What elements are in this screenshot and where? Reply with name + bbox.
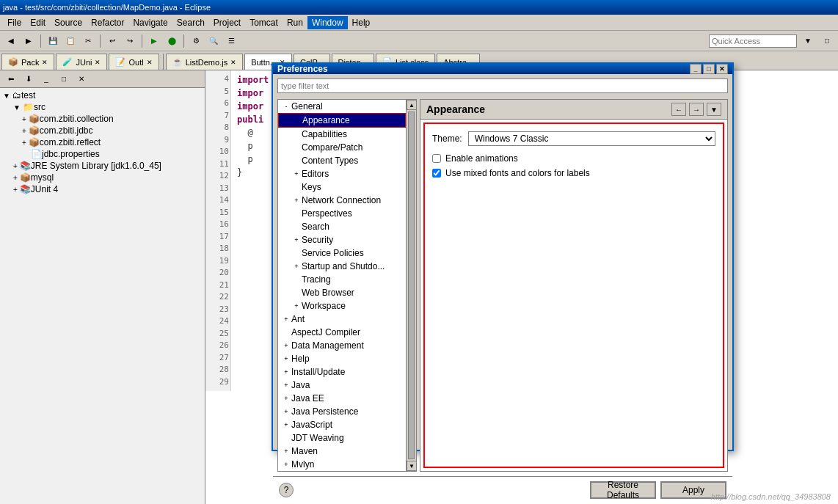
pref-tree-keys[interactable]: Keys — [278, 180, 406, 194]
pref-tree-service[interactable]: Service Policies — [278, 246, 406, 260]
menu-run[interactable]: Run — [283, 16, 307, 29]
pref-tree-general[interactable]: - General — [278, 100, 406, 113]
nav-back-btn[interactable]: ← — [671, 103, 686, 116]
pref-tree-perspectives[interactable]: Perspectives — [278, 207, 406, 220]
pref-tree-compare[interactable]: Compare/Patch — [278, 141, 406, 154]
pref-tree-webbrowser[interactable]: Web Browser — [278, 286, 406, 299]
menu-source[interactable]: Source — [50, 16, 87, 29]
tab-juni-icon: 🧪 — [62, 57, 73, 67]
pref-tree-java[interactable]: + Java — [278, 379, 406, 392]
dialog-restore-btn[interactable]: □ — [703, 64, 715, 74]
tab-outl-close[interactable]: ✕ — [147, 59, 153, 66]
menu-navigate[interactable]: Navigate — [128, 16, 172, 29]
pref-tree-network[interactable]: + Network Connection — [278, 194, 406, 207]
quick-access-area: ▼ □ — [709, 33, 835, 49]
menu-window[interactable]: Window — [307, 16, 348, 29]
pref-tree-mvlyn[interactable]: + Mvlyn — [278, 458, 406, 471]
dialog-close-btn[interactable]: ✕ — [716, 64, 728, 74]
scrollbar-thumb[interactable] — [408, 112, 415, 459]
pref-tree-help[interactable]: + Help — [278, 352, 406, 365]
scrollbar-up[interactable]: ▲ — [407, 100, 417, 110]
mixed-fonts-checkbox[interactable] — [432, 169, 441, 178]
pref-expand-mvlyn: + — [281, 461, 291, 468]
help-icon[interactable]: ? — [279, 483, 294, 497]
pref-label-compare: Compare/Patch — [302, 142, 362, 153]
tree-item-test[interactable]: ▼ 🗂 test — [1, 90, 203, 101]
tree-item-jdbc[interactable]: + 📦 com.zbiti.jdbc — [1, 125, 203, 136]
pref-tree-install[interactable]: + Install/Update — [278, 365, 406, 379]
panel-close[interactable]: ✕ — [73, 71, 90, 87]
dialog-title-controls: _ □ ✕ — [690, 64, 728, 74]
toolbar-btn-2[interactable]: ▶ — [21, 33, 37, 49]
tab-outl[interactable]: 📝 Outl ✕ — [109, 54, 159, 70]
quick-access-input[interactable] — [709, 34, 797, 48]
dialog-minimize-btn[interactable]: _ — [690, 64, 702, 74]
tree-item-junit4[interactable]: + 📚 JUnit 4 — [1, 183, 203, 195]
tree-item-reflect[interactable]: + 📦 com.zbiti.reflect — [1, 136, 203, 148]
menu-edit[interactable]: Edit — [26, 16, 50, 29]
toolbar-btn-8[interactable]: ⚙ — [188, 33, 204, 49]
scrollbar-down[interactable]: ▼ — [407, 461, 417, 471]
menu-project[interactable]: Project — [209, 16, 245, 29]
pref-tree-security[interactable]: + Security — [278, 233, 406, 246]
pref-tree-content[interactable]: Content Types — [278, 154, 406, 167]
pref-tree-ant[interactable]: + Ant — [278, 313, 406, 326]
tab-juni-close[interactable]: ✕ — [95, 59, 101, 66]
toolbar-btn-debug[interactable]: ⬤ — [164, 33, 180, 49]
theme-select[interactable]: Windows 7 Classic — [468, 131, 715, 146]
toolbar-sep-1 — [40, 34, 41, 48]
enable-animations-checkbox[interactable] — [432, 154, 441, 163]
pref-tree-tracing[interactable]: Tracing — [278, 273, 406, 286]
pref-tree-workspace[interactable]: + Workspace — [278, 299, 406, 313]
pref-tree-jdtweaving[interactable]: JDT Weaving — [278, 431, 406, 445]
restore-defaults-button[interactable]: Restore Defaults — [590, 481, 656, 499]
tree-item-src[interactable]: ▼ 📁 src — [1, 101, 203, 113]
tree-item-collection[interactable]: + 📦 com.zbiti.collection — [1, 113, 203, 125]
panel-maximize[interactable]: □ — [56, 71, 72, 87]
filter-input[interactable] — [277, 78, 728, 93]
tree-item-jdbcprops[interactable]: 📄 jdbc.properties — [1, 148, 203, 160]
toolbar-btn-7[interactable]: ↪ — [122, 33, 138, 49]
toolbar-btn-3[interactable]: 💾 — [45, 33, 61, 49]
pref-tree-startup[interactable]: + Startup and Shutdo... — [278, 260, 406, 273]
quick-access-arrow[interactable]: ▼ — [800, 33, 816, 49]
toolbar-btn-1[interactable]: ◀ — [3, 33, 19, 49]
pref-tree-datamgmt[interactable]: + Data Management — [278, 339, 406, 352]
tab-pack[interactable]: 📦 Pack ✕ — [1, 54, 54, 70]
tab-juni[interactable]: 🧪 JUni ✕ — [56, 54, 107, 70]
tree-expand-src: ▼ — [13, 103, 21, 112]
pref-tree-javaee[interactable]: + Java EE — [278, 392, 406, 405]
panel-btn-1[interactable]: ⬅ — [3, 71, 19, 87]
toolbar-btn-10[interactable]: ☰ — [223, 33, 239, 49]
menu-refactor[interactable]: Refactor — [87, 16, 128, 29]
toolbar-btn-6[interactable]: ↩ — [104, 33, 120, 49]
tab-listdemo-close[interactable]: ✕ — [230, 59, 236, 66]
toolbar-btn-4[interactable]: 📋 — [62, 33, 79, 49]
pref-tree-aspectj[interactable]: AspectJ Compiler — [278, 326, 406, 339]
pref-tree-appearance[interactable]: Appearance — [278, 113, 406, 128]
pref-tree-editors[interactable]: + Editors — [278, 167, 406, 180]
pref-tree-javascript[interactable]: + JavaScript — [278, 418, 406, 431]
pref-tree-maven[interactable]: + Maven — [278, 445, 406, 458]
menu-file[interactable]: File — [3, 16, 26, 29]
tab-pack-close[interactable]: ✕ — [42, 59, 48, 66]
nav-forward-btn[interactable]: → — [689, 103, 704, 116]
pref-tree-capabilities[interactable]: Capabilities — [278, 128, 406, 141]
tree-item-mysql[interactable]: + 📦 mysql — [1, 172, 203, 183]
pref-label-startup: Startup and Shutdo... — [302, 261, 385, 271]
panel-minimize[interactable]: _ — [38, 71, 54, 87]
tree-item-jre[interactable]: + 📚 JRE System Library [jdk1.6.0_45] — [1, 160, 203, 172]
pref-tree-javapersist[interactable]: + Java Persistence — [278, 405, 406, 418]
menu-help[interactable]: Help — [348, 16, 375, 29]
toolbar-btn-9[interactable]: 🔍 — [205, 33, 222, 49]
maximize-btn[interactable]: □ — [819, 33, 835, 49]
pref-tree-search[interactable]: Search — [278, 220, 406, 233]
toolbar-btn-run[interactable]: ▶ — [146, 33, 162, 49]
menu-search[interactable]: Search — [172, 16, 209, 29]
tree-scrollbar[interactable]: ▲ ▼ — [406, 100, 416, 471]
toolbar-btn-5[interactable]: ✂ — [80, 33, 96, 49]
panel-btn-2[interactable]: ⬇ — [21, 71, 37, 87]
tab-listdemo[interactable]: ☕ ListDemo.js ✕ — [166, 54, 243, 70]
menu-tomcat[interactable]: Tomcat — [245, 16, 283, 29]
nav-dropdown-btn[interactable]: ▼ — [707, 103, 721, 116]
